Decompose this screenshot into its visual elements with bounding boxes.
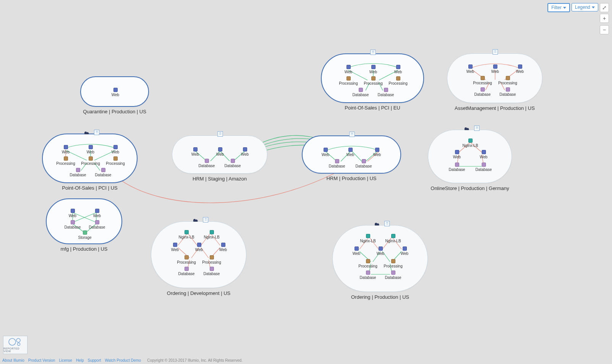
node-database[interactable]: Database [325, 159, 348, 168]
node-web[interactable]: Web [387, 65, 410, 74]
footer-link[interactable]: License [59, 358, 72, 362]
node-web[interactable]: Web [209, 147, 232, 156]
node-database[interactable]: Database [175, 267, 198, 276]
node-web[interactable]: Web [314, 148, 337, 157]
footer-link[interactable]: Product Version [28, 358, 55, 362]
footer-link[interactable]: Support [87, 358, 101, 362]
cloud-icon [463, 126, 470, 130]
filter-button[interactable]: Filter [547, 3, 570, 12]
node-processing[interactable]: Processing [471, 76, 494, 85]
node-processing[interactable]: Processing [337, 76, 360, 85]
node-web[interactable]: Web [366, 148, 389, 157]
node-web[interactable]: Web [484, 64, 507, 74]
node-web[interactable]: Web [212, 243, 235, 252]
zoom-out-button[interactable]: − [600, 25, 609, 34]
node-web[interactable]: Web [369, 246, 392, 256]
node-web[interactable]: Web [508, 64, 531, 74]
node-web[interactable]: Web [339, 148, 362, 157]
zoom-in-button[interactable]: + [600, 14, 609, 23]
node-web[interactable]: Web [86, 209, 108, 218]
footer: About Illumio Product Version License He… [2, 358, 610, 362]
minus-icon: − [603, 27, 606, 33]
node-processing[interactable]: Processing [79, 156, 102, 166]
node-database[interactable]: Database [352, 159, 375, 168]
node-web[interactable]: Web [345, 246, 368, 256]
node-processing[interactable]: Processing [382, 259, 405, 268]
node-web[interactable]: Web [472, 150, 495, 159]
group-hrm-stg[interactable]: Web Web Web Database Database HRM | Stag… [172, 135, 267, 174]
group-label: Point-Of-Sales | PCI | US [43, 185, 137, 191]
node-web[interactable]: Web [104, 145, 127, 154]
cloud-icon [83, 130, 89, 134]
node-web[interactable]: Web [337, 65, 360, 74]
node-web[interactable]: Web [104, 88, 127, 97]
group-label: mfg | Production | US [47, 246, 121, 252]
node-database[interactable]: Database [356, 271, 379, 280]
node-processing[interactable]: Processing [200, 255, 223, 264]
cloud-icon [374, 222, 380, 225]
node-web[interactable]: Web [188, 243, 210, 252]
node-database[interactable]: Database [382, 271, 405, 280]
node-nginx-lb[interactable]: Nginx-LB [356, 234, 379, 243]
node-web[interactable]: Web [164, 243, 186, 252]
node-database[interactable]: Database [374, 88, 397, 97]
node-web[interactable]: Web [445, 150, 468, 159]
node-database[interactable]: Database [200, 267, 223, 276]
footer-link[interactable]: Help [76, 358, 84, 362]
node-storage[interactable]: Storage [73, 230, 96, 240]
node-processing[interactable]: Processing [496, 76, 519, 85]
node-database[interactable]: Database [221, 159, 244, 168]
footer-link[interactable]: About Illumio [2, 358, 24, 362]
legend-label: Legend [575, 5, 590, 10]
cloud-icon [192, 218, 198, 222]
node-web[interactable]: Web [393, 246, 416, 256]
node-processing[interactable]: Processing [362, 76, 385, 85]
node-database[interactable]: Database [92, 168, 115, 177]
node-nginx-lb[interactable]: Nginx-LB [382, 234, 405, 243]
node-processing[interactable]: Processing [175, 255, 198, 264]
node-database[interactable]: Database [195, 159, 218, 168]
group-asset-mgmt[interactable]: Web Web Web Processing Processing Databa… [447, 53, 542, 103]
illumination-canvas[interactable]: Filter Legend ⤢ + − Web Quarantine | Pro… [0, 0, 612, 364]
footer-link[interactable]: Watch Product Demo [105, 358, 141, 362]
node-database[interactable]: Database [471, 87, 494, 97]
node-processing[interactable]: Processing [387, 76, 410, 85]
group-ordering-dev[interactable]: Nginx-LB Nginx-LB Web Web Web Processing… [151, 221, 246, 288]
node-database[interactable]: Database [61, 220, 84, 229]
node-database[interactable]: Database [472, 163, 495, 172]
node-database[interactable]: Database [445, 163, 468, 172]
node-web[interactable]: Web [233, 147, 256, 156]
group-ordering-prod[interactable]: Nginx-LB Nginx-LB Web Web Web Processing… [332, 225, 428, 292]
node-web[interactable]: Web [362, 65, 385, 74]
legend-button[interactable]: Legend [572, 3, 598, 11]
node-nginx-lb[interactable]: Nginx-LB [200, 230, 223, 239]
circles-icon [8, 337, 23, 346]
node-web[interactable]: Web [61, 209, 84, 218]
fullscreen-button[interactable]: ⤢ [600, 3, 609, 12]
reported-view-badge[interactable]: REPORTED VIEW [3, 336, 28, 354]
group-quarantine[interactable]: Web Quarantine | Production | US [80, 76, 149, 107]
group-hrm-prod[interactable]: Web Web Web Database Database HRM | Prod… [302, 135, 401, 174]
group-label: Point-Of-Sales | PCI | EU [322, 105, 423, 111]
node-processing[interactable]: Processing [356, 259, 379, 268]
node-database[interactable]: Database [86, 220, 108, 229]
node-web[interactable]: Web [54, 145, 77, 154]
group-onlinestore[interactable]: Nginx-LB Web Web Database Database Onlin… [428, 130, 512, 183]
node-database[interactable]: Database [496, 87, 519, 97]
node-database[interactable]: Database [349, 88, 372, 97]
node-nginx-lb[interactable]: Nginx-LB [459, 139, 482, 148]
node-processing[interactable]: Processing [54, 156, 77, 166]
node-processing[interactable]: Processing [104, 156, 127, 166]
node-nginx-lb[interactable]: Nginx-LB [175, 230, 198, 239]
chevron-down-icon [592, 6, 595, 8]
group-pos-eu[interactable]: Web Web Web Processing Processing Proces… [321, 53, 424, 103]
svg-point-2 [18, 343, 20, 346]
node-web[interactable]: Web [459, 64, 482, 74]
group-label: HRM | Staging | Amazon [172, 176, 267, 182]
group-pos-us[interactable]: Web Web Web Processing Processing Proces… [42, 134, 138, 183]
group-mfg[interactable]: Web Web Database Database Storage mfg | … [46, 198, 122, 244]
node-database[interactable]: Database [66, 168, 89, 177]
node-web[interactable]: Web [184, 147, 207, 156]
node-web[interactable]: Web [79, 145, 102, 154]
fullscreen-icon: ⤢ [602, 5, 607, 11]
